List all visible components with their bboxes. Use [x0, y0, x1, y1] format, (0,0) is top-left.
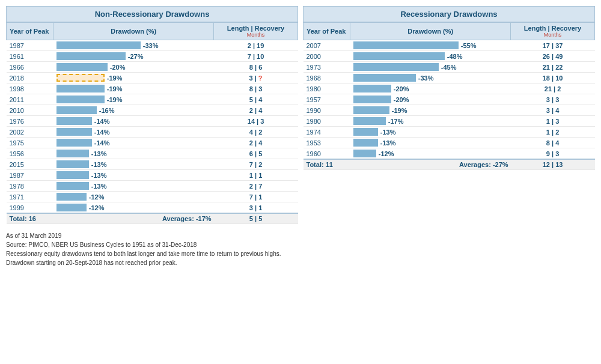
- footnote-line: Recessionary equity drawdowns tend to bo…: [6, 249, 595, 258]
- drawdown-label: -48%: [447, 53, 463, 60]
- year-cell: 1980: [304, 116, 350, 127]
- drawdown-label: -19%: [392, 107, 407, 114]
- drawdown-cell: -13%: [53, 170, 214, 181]
- drawdown-label: -33%: [418, 74, 434, 82]
- drawdown-label: -13%: [91, 172, 107, 179]
- non-rec-averages: Averages: -17%: [53, 213, 214, 224]
- table-row: 1974-13%1 | 2: [304, 127, 595, 138]
- drawdown-cell: -17%: [350, 116, 511, 127]
- rec-total: Total: 11: [304, 159, 350, 170]
- drawdown-cell: -16%: [53, 105, 214, 116]
- rec-averages: Averages: -27%: [350, 159, 511, 170]
- table-row: 1976-14%14 | 3: [7, 116, 298, 127]
- year-cell: 1980: [304, 83, 350, 94]
- drawdown-cell: -19%: [53, 73, 214, 83]
- drawdown-cell: -14%: [53, 138, 214, 148]
- drawdown-label: -12%: [89, 193, 105, 201]
- year-cell: 1987: [7, 40, 53, 51]
- footnote-line: Source: PIMCO, NBER US Business Cycles t…: [6, 240, 595, 249]
- rec-col-year-header: Year of Peak: [304, 23, 350, 40]
- bar: [353, 41, 459, 49]
- drawdown-label: -13%: [380, 139, 396, 147]
- table-row: 1980-17%1 | 3: [304, 116, 595, 127]
- bar: [353, 85, 391, 93]
- table-row: 1966-20%8 | 6: [7, 62, 298, 73]
- main-container: Non-Recessionary Drawdowns Year of Peak …: [6, 6, 595, 267]
- bar: [56, 106, 97, 114]
- non-rec-footer: Total: 16 Averages: -17% 5 | 5: [7, 213, 298, 224]
- drawdown-cell: -13%: [53, 148, 214, 159]
- drawdown-cell: -12%: [350, 148, 511, 160]
- drawdown-cell: -13%: [350, 127, 511, 138]
- drawdown-cell: -13%: [53, 159, 214, 170]
- year-cell: 1957: [304, 94, 350, 105]
- drawdown-cell: -14%: [53, 127, 214, 138]
- year-cell: 1971: [7, 192, 53, 202]
- bar: [56, 204, 87, 211]
- table-row: 1987-13%1 | 1: [7, 170, 298, 181]
- year-cell: 2002: [7, 127, 53, 138]
- drawdown-cell: -48%: [350, 51, 511, 62]
- drawdown-label: -14%: [94, 118, 110, 125]
- bar: [56, 74, 105, 82]
- table-row: 2010-16%2 | 4: [7, 105, 298, 116]
- length-recovery-cell: 9 | 3: [511, 148, 595, 160]
- table-row: 1973-45%21 | 22: [304, 62, 595, 73]
- drawdown-label: -20%: [110, 64, 126, 71]
- recessionary-table: Year of Peak Drawdown (%) Length | Recov…: [303, 22, 595, 170]
- length-recovery-cell: 7 | 10: [214, 51, 298, 62]
- footnote-line: Drawdown starting on 20-Sept-2018 has no…: [6, 258, 595, 267]
- table-row: 1999-12%3 | 1: [7, 202, 298, 214]
- length-recovery-cell: 2 | 4: [214, 138, 298, 148]
- table-row: 1990-19%3 | 4: [304, 105, 595, 116]
- rec-footer: Total: 11 Averages: -27% 12 | 13: [304, 159, 595, 170]
- length-recovery-cell: 5 | 4: [214, 94, 298, 105]
- tables-row: Non-Recessionary Drawdowns Year of Peak …: [6, 6, 595, 224]
- bar: [56, 193, 87, 201]
- bar: [56, 128, 92, 136]
- year-cell: 1998: [7, 83, 53, 94]
- table-row: 2002-14%4 | 2: [7, 127, 298, 138]
- year-cell: 1966: [7, 62, 53, 73]
- year-cell: 1999: [7, 202, 53, 214]
- bar: [56, 150, 89, 157]
- drawdown-cell: -33%: [53, 40, 214, 51]
- drawdown-cell: -19%: [53, 83, 214, 94]
- table-row: 2000-48%26 | 49: [304, 51, 595, 62]
- table-row: 2007-55%17 | 37: [304, 40, 595, 51]
- year-cell: 2015: [7, 159, 53, 170]
- drawdown-cell: -14%: [53, 116, 214, 127]
- bar: [56, 52, 126, 60]
- year-cell: 1973: [304, 62, 350, 73]
- drawdown-label: -16%: [99, 107, 115, 114]
- bar: [56, 85, 105, 93]
- drawdown-label: -20%: [394, 85, 409, 93]
- rec-col-drawdown-header: Drawdown (%): [350, 23, 511, 40]
- bar: [353, 150, 376, 157]
- length-recovery-cell: 7 | 1: [214, 192, 298, 202]
- drawdown-cell: -19%: [350, 105, 511, 116]
- drawdown-cell: -55%: [350, 40, 511, 51]
- drawdown-cell: -27%: [53, 51, 214, 62]
- table-row: 1980-20%21 | 2: [304, 83, 595, 94]
- drawdown-cell: -33%: [350, 73, 511, 83]
- table-row: 2015-13%7 | 2: [7, 159, 298, 170]
- col-length-header: Length | Recovery Months: [214, 23, 298, 40]
- bar: [56, 160, 89, 168]
- footnotes: As of 31 March 2019Source: PIMCO, NBER U…: [6, 231, 595, 267]
- bar: [353, 74, 416, 82]
- bar: [353, 96, 391, 103]
- bar: [56, 182, 89, 190]
- footnote-line: As of 31 March 2019: [6, 231, 595, 240]
- length-recovery-cell: 2 | 7: [214, 181, 298, 192]
- year-cell: 1968: [304, 73, 350, 83]
- bar: [56, 96, 105, 103]
- drawdown-label: -14%: [94, 129, 110, 136]
- length-recovery-cell: 21 | 2: [511, 83, 595, 94]
- non-recessionary-title: Non-Recessionary Drawdowns: [6, 6, 298, 22]
- table-row: 1960-12%9 | 3: [304, 148, 595, 160]
- length-recovery-cell: 8 | 3: [214, 83, 298, 94]
- drawdown-cell: -19%: [53, 94, 214, 105]
- length-recovery-cell: 3 | 3: [511, 94, 595, 105]
- length-recovery-cell: 26 | 49: [511, 51, 595, 62]
